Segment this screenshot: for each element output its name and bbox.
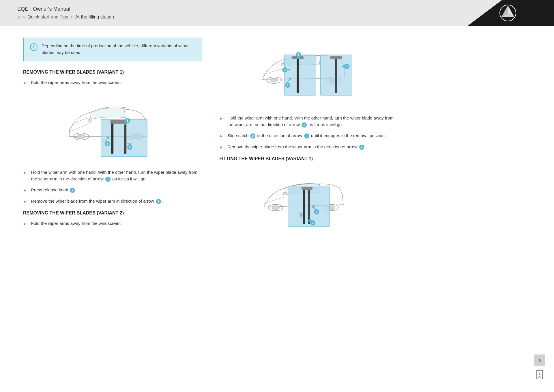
info-box: i Depending on the time of production of… <box>23 38 202 61</box>
logo-area <box>467 0 554 26</box>
breadcrumb: ⌂ > Quick start and Tips > At the fillin… <box>17 14 114 20</box>
section-heading-fitting-v1: FITTING THE WIPER BLADES (VARIANT 1) <box>219 156 398 161</box>
step-v2-1: ► Fold the wiper arms away from the wind… <box>23 220 202 227</box>
badge-v2-s3-2: 2 <box>250 133 255 139</box>
svg-rect-55 <box>303 188 305 224</box>
diagram-v2: 1 2 3 4 <box>254 38 364 107</box>
info-icon: i <box>30 43 38 51</box>
svg-text:3: 3 <box>298 53 300 56</box>
section-heading-removing-v1: REMOVING THE WIPER BLADES (VARIANT 1) <box>23 70 202 75</box>
step-v1-4: ► Remove the wiper blade from the wiper … <box>23 198 202 205</box>
svg-point-50 <box>272 206 279 210</box>
svg-text:2: 2 <box>284 68 286 72</box>
home-icon[interactable]: ⌂ <box>17 14 20 20</box>
step-arrow-v1-3: ► <box>23 187 27 193</box>
step-v2-2: ► Hold the wiper arm with one hand. With… <box>219 115 398 128</box>
breadcrumb-level2: At the filling station <box>75 14 114 20</box>
bookmark-button[interactable] <box>534 369 545 380</box>
main-content: i Depending on the time of production of… <box>0 26 554 387</box>
badge-v1-s3: 2 <box>70 188 75 193</box>
svg-text:1: 1 <box>106 142 108 145</box>
diagram-v1: 1 2 3 <box>63 92 162 161</box>
svg-point-23 <box>270 78 278 82</box>
svg-rect-7 <box>111 121 113 154</box>
badge-v1-s2: 1 <box>105 177 111 182</box>
step-v1-3: ► Press release knob 2. <box>23 187 202 193</box>
step-arrow-v2-1: ► <box>23 221 27 227</box>
step-text-v2-4: Remove the wiper blade from the wiper ar… <box>227 144 398 150</box>
svg-text:1: 1 <box>287 84 289 87</box>
svg-rect-56 <box>308 188 310 224</box>
step-arrow-v2-2: ► <box>219 115 223 128</box>
bookmark-icon <box>536 370 544 379</box>
step-text-v2-2: Hold the wiper arm with one hand. With t… <box>227 115 398 128</box>
header-left: EQE - Owner's Manual ⌂ > Quick start and… <box>17 6 114 20</box>
svg-rect-27 <box>284 55 316 95</box>
badge-v2-s2-1: 1 <box>302 122 307 128</box>
svg-text:1: 1 <box>316 210 317 214</box>
left-column: i Depending on the time of production of… <box>23 38 202 369</box>
step-text-v2-3: Slide catch 2 in the direction of arrow … <box>227 132 398 139</box>
svg-rect-32 <box>330 56 342 59</box>
svg-text:3: 3 <box>127 119 128 122</box>
diagram-v2-container: 1 2 3 4 <box>219 38 398 107</box>
step-text-v1-3: Press release knob 2. <box>31 187 202 193</box>
badge-v2-s3-3: 3 <box>304 133 309 139</box>
badge-v1-s4: 3 <box>156 199 161 204</box>
step-text-v1-1: Fold the wiper arms away from the windsc… <box>31 79 202 86</box>
diagram-v1-container: 1 2 3 <box>23 92 202 161</box>
header: EQE - Owner's Manual ⌂ > Quick start and… <box>0 0 554 26</box>
step-text-v2-1: Fold the wiper arms away from the windsc… <box>31 220 202 227</box>
svg-rect-57 <box>302 187 312 190</box>
svg-rect-5 <box>88 119 92 122</box>
svg-rect-31 <box>335 57 337 93</box>
section-heading-removing-v2: REMOVING THE WIPER BLADES (VARIANT 2) <box>23 210 202 216</box>
step-v2-4: ► Remove the wiper blade from the wiper … <box>219 144 398 150</box>
svg-point-2 <box>76 134 85 139</box>
svg-rect-8 <box>124 121 126 154</box>
step-v1-2: ► Hold the wiper arm with one hand. With… <box>23 169 202 182</box>
info-text: Depending on the time of production of t… <box>42 43 196 56</box>
step-arrow-v1-1: ► <box>23 80 27 86</box>
breadcrumb-sep1: > <box>23 15 25 19</box>
mercedes-logo <box>499 4 516 22</box>
scroll-up-button[interactable]: ∧ <box>534 354 545 366</box>
diagram-fitting-v1: 1 2 <box>257 167 361 231</box>
badge-v2-s4: 4 <box>359 145 364 150</box>
manual-title: EQE - Owner's Manual <box>17 6 114 12</box>
step-arrow-v1-4: ► <box>23 199 27 205</box>
step-arrow-v1-2: ► <box>23 170 27 182</box>
svg-text:2: 2 <box>312 221 314 225</box>
diagram-fitting-v1-container: 1 2 <box>219 167 398 231</box>
breadcrumb-level1[interactable]: Quick start and Tips <box>27 14 68 20</box>
breadcrumb-sep2: > <box>70 15 73 19</box>
step-v2-3: ► Slide catch 2 in the direction of arro… <box>219 132 398 139</box>
svg-rect-29 <box>297 57 299 93</box>
svg-rect-53 <box>283 193 287 195</box>
svg-text:4: 4 <box>346 65 348 68</box>
step-arrow-v2-3: ► <box>219 133 223 139</box>
step-text-v1-2: Hold the wiper arm with one hand. With t… <box>31 169 202 182</box>
step-v1-1: ► Fold the wiper arms away from the wind… <box>23 79 202 86</box>
step-text-v1-4: Remove the wiper blade from the wiper ar… <box>31 198 202 205</box>
svg-text:2: 2 <box>129 146 131 149</box>
footer: F295 0075 02 <box>0 387 554 392</box>
right-column: 1 2 3 4 ► Hold the wiper arm with one ha… <box>219 38 398 369</box>
step-arrow-v2-4: ► <box>219 144 223 150</box>
